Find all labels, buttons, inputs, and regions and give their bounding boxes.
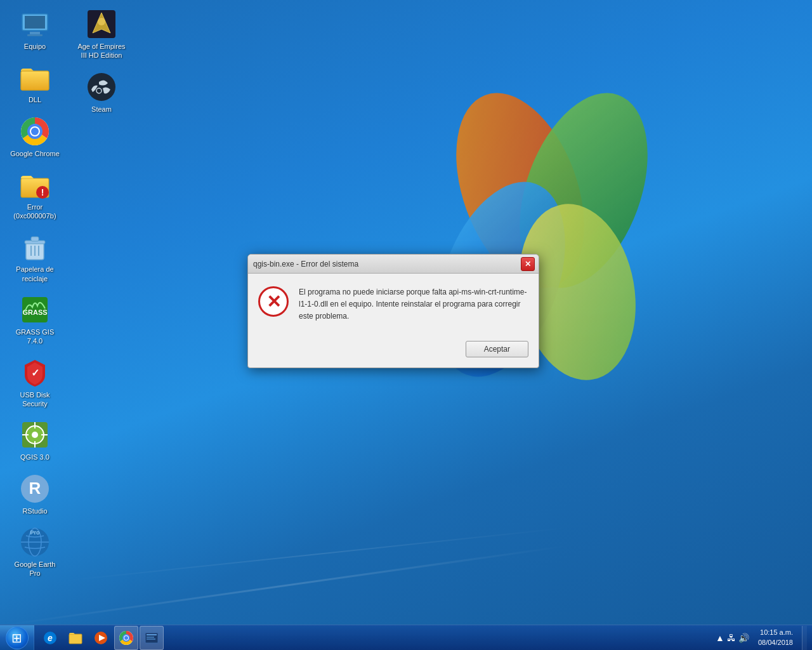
google-earth-icon: Pro bbox=[20, 527, 50, 557]
windows-logo-decoration bbox=[349, 63, 717, 434]
usb-security-label: USB Disk Security bbox=[9, 390, 61, 409]
dialog-close-button[interactable]: ✕ bbox=[521, 257, 535, 271]
taskbar-pinned-area: e bbox=[34, 626, 167, 650]
dialog-message: El programa no puede iniciarse porque fa… bbox=[299, 286, 528, 323]
grass-icon: GRASS bbox=[20, 295, 50, 325]
google-earth-label: Google Earth Pro bbox=[9, 560, 61, 578]
windows-logo-icon: ⊞ bbox=[11, 630, 22, 646]
qgis-icon bbox=[20, 420, 50, 450]
svg-point-13 bbox=[31, 128, 39, 135]
desktop-icon-error[interactable]: ! Error(0xc000007b) bbox=[6, 167, 63, 223]
error-dialog: qgis-bin.exe - Error del sistema ✕ ✕ El … bbox=[247, 254, 539, 368]
clock-area[interactable]: 10:15 a.m. 08/04/2018 bbox=[754, 628, 797, 647]
svg-text:e: e bbox=[48, 633, 53, 643]
error-icon: ✕ bbox=[258, 286, 289, 317]
svg-point-41 bbox=[88, 73, 115, 101]
grass-label: GRASS GIS 7.4.0 bbox=[9, 328, 61, 346]
desktop-icon-trash[interactable]: Papelera de reciclaje bbox=[6, 229, 63, 286]
svg-point-51 bbox=[124, 636, 128, 640]
svg-rect-9 bbox=[21, 71, 49, 90]
desktop: Equipo DLL bbox=[0, 0, 812, 650]
steam-label: Steam bbox=[91, 105, 112, 114]
error-folder-icon: ! bbox=[20, 169, 50, 200]
desktop-icon-equipo[interactable]: Equipo bbox=[6, 6, 63, 53]
start-orb: ⊞ bbox=[6, 627, 29, 649]
svg-rect-45 bbox=[69, 634, 82, 644]
dialog-title: qgis-bin.exe - Error del sistema bbox=[253, 260, 358, 269]
svg-point-42 bbox=[96, 88, 102, 93]
svg-rect-53 bbox=[147, 634, 157, 635]
network-icon[interactable]: 🖧 bbox=[727, 633, 736, 643]
svg-text:!: ! bbox=[41, 187, 44, 197]
svg-rect-55 bbox=[147, 639, 155, 640]
aoe-label: Age of Empires III HD Edition bbox=[75, 42, 128, 60]
svg-text:R: R bbox=[29, 479, 41, 498]
aoe-icon bbox=[86, 9, 117, 39]
taskbar-explorer-icon[interactable] bbox=[63, 626, 88, 650]
taskbar: ⊞ e bbox=[0, 625, 812, 650]
chrome-label: Google Chrome bbox=[10, 149, 60, 158]
desktop-icon-grass[interactable]: GRASS GRASS GIS 7.4.0 bbox=[6, 292, 63, 348]
desktop-streak-2 bbox=[65, 527, 570, 581]
dialog-titlebar: qgis-bin.exe - Error del sistema ✕ bbox=[248, 255, 539, 274]
date-display: 08/04/2018 bbox=[758, 638, 793, 647]
desktop-icon-steam[interactable]: Steam bbox=[73, 69, 130, 116]
taskbar-ie-icon[interactable]: e bbox=[38, 626, 62, 650]
svg-rect-5 bbox=[25, 16, 45, 29]
svg-rect-7 bbox=[27, 34, 43, 36]
chrome-icon bbox=[20, 116, 50, 147]
svg-rect-19 bbox=[31, 237, 39, 241]
dialog-footer: Aceptar bbox=[248, 336, 539, 368]
svg-point-40 bbox=[98, 18, 105, 25]
dll-label: DLL bbox=[29, 95, 41, 104]
desktop-icon-qgis[interactable]: QGIS 3.0 bbox=[6, 417, 63, 464]
taskbar-media-player-icon[interactable] bbox=[89, 626, 113, 650]
equipo-label: Equipo bbox=[24, 42, 46, 51]
trash-label: Papelera de reciclaje bbox=[9, 265, 61, 283]
desktop-icon-usb-security[interactable]: ✓ USB Disk Security bbox=[6, 355, 63, 411]
system-tray: ▲ 🖧 🔊 bbox=[716, 633, 749, 643]
desktop-icon-dll[interactable]: DLL bbox=[6, 60, 63, 107]
trash-icon bbox=[20, 232, 50, 262]
desktop-icon-aoe[interactable]: Age of Empires III HD Edition bbox=[73, 6, 130, 63]
svg-text:✓: ✓ bbox=[31, 368, 39, 378]
dll-folder-icon bbox=[20, 62, 50, 93]
start-button[interactable]: ⊞ bbox=[0, 625, 34, 651]
svg-text:Pro: Pro bbox=[30, 529, 40, 536]
taskbar-right-area: ▲ 🖧 🔊 10:15 a.m. 08/04/2018 bbox=[710, 626, 812, 650]
taskbar-terminal-icon[interactable] bbox=[140, 626, 164, 650]
rstudio-icon: R bbox=[20, 474, 50, 504]
dialog-body: ✕ El programa no puede iniciarse porque … bbox=[248, 274, 539, 336]
error-label: Error(0xc000007b) bbox=[13, 202, 56, 221]
desktop-icon-rstudio[interactable]: R RStudio bbox=[6, 471, 63, 518]
time-display: 10:15 a.m. bbox=[760, 628, 793, 637]
show-desktop-button[interactable] bbox=[802, 626, 807, 650]
taskbar-chrome-icon[interactable] bbox=[114, 626, 138, 650]
steam-icon bbox=[86, 72, 117, 102]
usb-security-icon: ✓ bbox=[20, 357, 50, 388]
equipo-icon bbox=[20, 9, 50, 39]
tray-arrow-icon[interactable]: ▲ bbox=[716, 633, 724, 643]
desktop-icon-area: Equipo DLL bbox=[6, 6, 133, 603]
svg-rect-54 bbox=[147, 637, 154, 638]
desktop-icon-earth[interactable]: Pro Google Earth Pro bbox=[6, 524, 63, 581]
dialog-ok-button[interactable]: Aceptar bbox=[466, 341, 528, 357]
desktop-icon-chrome[interactable]: Google Chrome bbox=[6, 114, 63, 161]
volume-icon[interactable]: 🔊 bbox=[738, 633, 749, 643]
rstudio-label: RStudio bbox=[22, 507, 47, 515]
qgis-label: QGIS 3.0 bbox=[20, 453, 49, 461]
svg-point-28 bbox=[32, 432, 38, 438]
